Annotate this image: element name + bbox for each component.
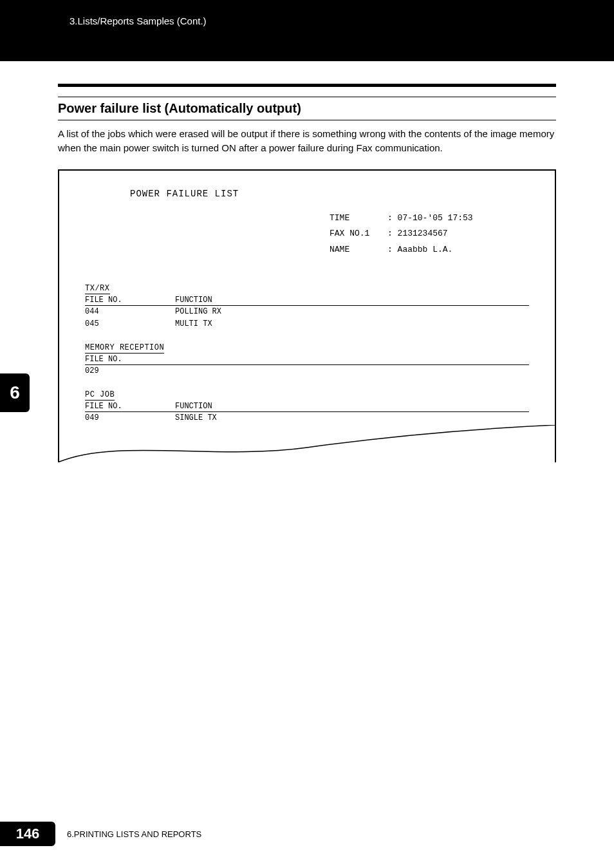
breadcrumb: 3.Lists/Reports Samples (Cont.) — [70, 15, 207, 26]
report-title: POWER FAILURE LIST — [130, 189, 529, 199]
group-header: PC JOB — [85, 390, 115, 401]
content-area: Power failure list (Automatically output… — [0, 84, 614, 462]
section-title: Power failure list (Automatically output… — [58, 97, 556, 120]
cell-function: MULTI TX — [175, 318, 304, 330]
torn-edge-icon — [58, 425, 556, 462]
group-columns: FILE NO. FUNCTION — [85, 296, 529, 306]
page-number-box: 146 — [0, 822, 55, 846]
table-row: 049 SINGLE TX — [85, 412, 529, 424]
meta-fax-label: FAX NO.1 — [330, 226, 387, 242]
table-row: 029 — [85, 365, 529, 377]
group-header: TX/RX — [85, 284, 110, 294]
cell-fileno: 029 — [85, 365, 175, 377]
cell-fileno: 044 — [85, 306, 175, 318]
col-fileno: FILE NO. — [85, 402, 175, 411]
footer: 146 6.PRINTING LISTS AND REPORTS — [0, 822, 201, 846]
group-memory: MEMORY RECEPTION FILE NO. 029 — [85, 343, 529, 377]
meta-row-fax: FAX NO.1 : 2131234567 — [330, 226, 529, 242]
group-columns: FILE NO. — [85, 355, 529, 365]
col-fileno: FILE NO. — [85, 355, 175, 364]
chapter-number: 6 — [10, 382, 20, 403]
cell-function — [175, 365, 304, 377]
section-intro: A list of the jobs which were erased wil… — [58, 127, 556, 155]
table-row: 044 POLLING RX — [85, 306, 529, 318]
col-function — [175, 355, 304, 364]
meta-name-value: : Aaabbb L.A. — [387, 242, 452, 258]
table-row: 045 MULTI TX — [85, 318, 529, 330]
cell-fileno: 045 — [85, 318, 175, 330]
report-meta: TIME : 07-10-'05 17:53 FAX NO.1 : 213123… — [330, 211, 529, 258]
meta-time-label: TIME — [330, 211, 387, 227]
group-header: MEMORY RECEPTION — [85, 343, 164, 354]
footer-text: 6.PRINTING LISTS AND REPORTS — [67, 829, 201, 839]
meta-row-name: NAME : Aaabbb L.A. — [330, 242, 529, 258]
col-fileno: FILE NO. — [85, 296, 175, 305]
col-function: FUNCTION — [175, 402, 304, 411]
page-number: 146 — [16, 826, 40, 842]
group-columns: FILE NO. FUNCTION — [85, 402, 529, 412]
cell-function: POLLING RX — [175, 306, 304, 318]
thick-divider — [58, 84, 556, 87]
report-sample-box: POWER FAILURE LIST TIME : 07-10-'05 17:5… — [58, 169, 556, 462]
cell-fileno: 049 — [85, 412, 175, 424]
cell-function: SINGLE TX — [175, 412, 304, 424]
meta-time-value: : 07-10-'05 17:53 — [387, 211, 473, 227]
meta-name-label: NAME — [330, 242, 387, 258]
col-function: FUNCTION — [175, 296, 304, 305]
meta-row-time: TIME : 07-10-'05 17:53 — [330, 211, 529, 227]
header-band: 3.Lists/Reports Samples (Cont.) — [0, 0, 614, 61]
group-txrx: TX/RX FILE NO. FUNCTION 044 POLLING RX 0… — [85, 284, 529, 330]
meta-fax-value: : 2131234567 — [387, 226, 448, 242]
chapter-tab: 6 — [0, 373, 30, 412]
